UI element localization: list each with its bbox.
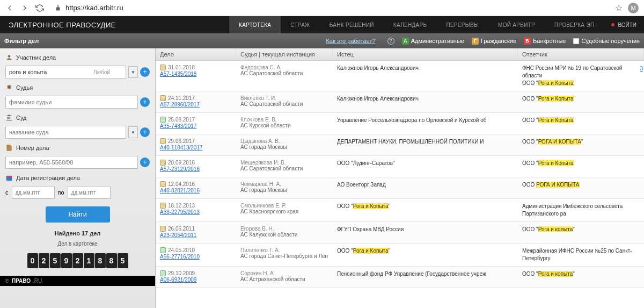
forward-icon[interactable] (20, 4, 29, 12)
url-bar[interactable]: https://kad.arbitr.ru (50, 3, 609, 13)
case-link[interactable]: А40-118413/2017 (160, 145, 203, 151)
table-row[interactable]: 26.05.2011А23-2054/2011Егорова В. Н.АС К… (156, 222, 644, 243)
add-judge-button[interactable]: + (140, 97, 150, 107)
pravo-logo[interactable]: ℗ ПРАВО.RU (0, 276, 155, 286)
url-text: https://kad.arbitr.ru (65, 4, 123, 12)
tab-банк решений[interactable]: БАНК РЕШЕНИЙ (320, 16, 384, 33)
found-sub: Дел в картотеке (5, 241, 150, 247)
how-link[interactable]: Как это работает? (326, 38, 375, 44)
case-link[interactable]: А56-27716/2010 (160, 254, 200, 260)
top-nav: ЭЛЕКТРОННОЕ ПРАВОСУДИЕ КАРТОТЕКАСТРАЖБАН… (0, 16, 644, 33)
table-row[interactable]: 24.05.2010А56-27716/2010Пилипенко Т. А.А… (156, 243, 644, 267)
table-row[interactable]: 29.10.2009А06-6921/2009Сорокин Н. А.АС А… (156, 267, 644, 288)
table-row[interactable]: 31.01.2018А57-1435/2018Федорцова С. А.АС… (156, 61, 644, 91)
case-icon (160, 160, 166, 166)
counter-digit: 0 (27, 253, 38, 268)
dropdown-icon[interactable]: ▼ (128, 126, 138, 138)
tab-мой арбитр[interactable]: МОЙ АРБИТР (488, 16, 545, 33)
case-icon (160, 117, 166, 123)
table-row[interactable]: 18.12.2013А33-22795/2013Смольникова Е. Р… (156, 199, 644, 222)
help-icon[interactable]: ? (387, 38, 394, 45)
login-button[interactable]: ВОЙТИ (604, 22, 644, 28)
case-icon (160, 181, 166, 187)
judge-label: Судья (5, 84, 150, 91)
add-participant-button[interactable]: + (140, 67, 150, 77)
civil-icon: Г (472, 38, 479, 45)
case-icon (160, 138, 166, 144)
avatar[interactable]: M (628, 3, 639, 13)
judge-input[interactable] (5, 96, 138, 109)
case-link[interactable]: А23-2054/2011 (160, 232, 196, 238)
case-input[interactable] (5, 156, 138, 169)
table-row[interactable]: 12.04.2016А40-82821/2016Чекмарева Н. А.А… (156, 177, 644, 199)
type-civil[interactable]: ГГражданские (472, 38, 516, 45)
status-dot-icon (611, 23, 614, 26)
case-icon (160, 270, 166, 276)
counter-digit: 5 (118, 253, 128, 268)
admin-icon: А (402, 38, 409, 45)
lock-icon (55, 5, 61, 11)
table-row[interactable]: 20.09.2016А57-23129/2016Мещерякова И. В.… (156, 156, 644, 177)
case-link[interactable]: А40-82821/2016 (160, 188, 200, 194)
counter-digit: 8 (95, 253, 106, 268)
tab-проверка эп[interactable]: ПРОВЕРКА ЭП (545, 16, 604, 33)
tab-страж[interactable]: СТРАЖ (281, 16, 319, 33)
tab-календарь[interactable]: КАЛЕНДАРЬ (384, 16, 437, 33)
case-link[interactable]: А57-28960/2017 (160, 102, 200, 108)
case-link[interactable]: А35-7483/2017 (160, 123, 196, 129)
counter-digit: 5 (50, 253, 61, 268)
case-link[interactable]: А57-1435/2018 (160, 71, 196, 77)
date-label: Дата регистрации дела (5, 174, 150, 182)
counter: 025921885 (5, 253, 150, 268)
sidebar: Участник дела Любой ▼ + Судья + Суд ▼ + … (0, 48, 156, 308)
filter-bar: Фильтр дел Как это работает? ? ААдминист… (0, 33, 644, 48)
bankrupt-icon: Б (524, 38, 531, 45)
case-icon (160, 247, 166, 253)
case-link[interactable]: А57-23129/2016 (160, 166, 200, 172)
case-icon (160, 226, 166, 232)
brand: ЭЛЕКТРОННОЕ ПРАВОСУДИЕ (0, 21, 125, 29)
checkbox-icon (573, 38, 579, 44)
filter-title: Фильтр дел (4, 38, 39, 44)
date-to-input[interactable] (68, 186, 111, 199)
court-label: Суд (5, 114, 150, 121)
case-link[interactable]: А06-6921/2009 (160, 277, 196, 283)
type-bankrupt[interactable]: ББанкротные (524, 38, 566, 45)
type-assign[interactable]: Судебные поручения (573, 38, 640, 44)
browser-bar: https://kad.arbitr.ru ☆ M (0, 0, 644, 16)
date-from-input[interactable] (12, 186, 55, 199)
type-admin[interactable]: ААдминистративные (402, 38, 464, 45)
table-row[interactable]: 29.06.2017А40-118413/2017Цыдыпова А. В.А… (156, 134, 644, 156)
dropdown-icon[interactable]: ▼ (128, 66, 138, 78)
case-link[interactable]: А33-22795/2013 (160, 209, 200, 215)
counter-digit: 9 (61, 253, 72, 268)
add-court-button[interactable]: + (140, 127, 150, 137)
svg-rect-2 (6, 176, 12, 177)
bookmark-icon[interactable]: ☆ (615, 3, 623, 13)
reload-icon[interactable] (35, 4, 44, 12)
add-case-button[interactable]: + (140, 157, 150, 167)
search-button[interactable]: Найти (46, 206, 110, 223)
table-row[interactable]: 24.11.2017А57-28960/2017Викленко Т. И.АС… (156, 91, 644, 113)
court-input[interactable] (5, 126, 126, 139)
counter-digit: 1 (84, 253, 94, 268)
scroll-count[interactable]: 3 (640, 66, 643, 71)
case-icon (160, 95, 166, 101)
results: Дело Судья | текущая инстанция Истец Отв… (156, 48, 644, 308)
svg-point-0 (8, 55, 11, 58)
tab-картотека[interactable]: КАРТОТЕКА (229, 16, 281, 33)
case-icon (160, 65, 166, 70)
back-icon[interactable] (5, 4, 14, 12)
counter-digit: 8 (106, 253, 117, 268)
case-icon (160, 203, 166, 209)
counter-digit: 2 (39, 253, 49, 268)
found-count: Найдено 17 дел (5, 230, 150, 237)
column-headers: Дело Судья | текущая инстанция Истец Отв… (156, 48, 644, 61)
participant-label: Участник дела (5, 54, 150, 61)
tab-перерывы[interactable]: ПЕРЕРЫВЫ (436, 16, 488, 33)
counter-digit: 2 (72, 253, 83, 268)
table-row[interactable]: 25.08.2017А35-7483/2017Клочкова Е. В.АС … (156, 113, 644, 134)
case-label: Номер дела (5, 144, 150, 152)
